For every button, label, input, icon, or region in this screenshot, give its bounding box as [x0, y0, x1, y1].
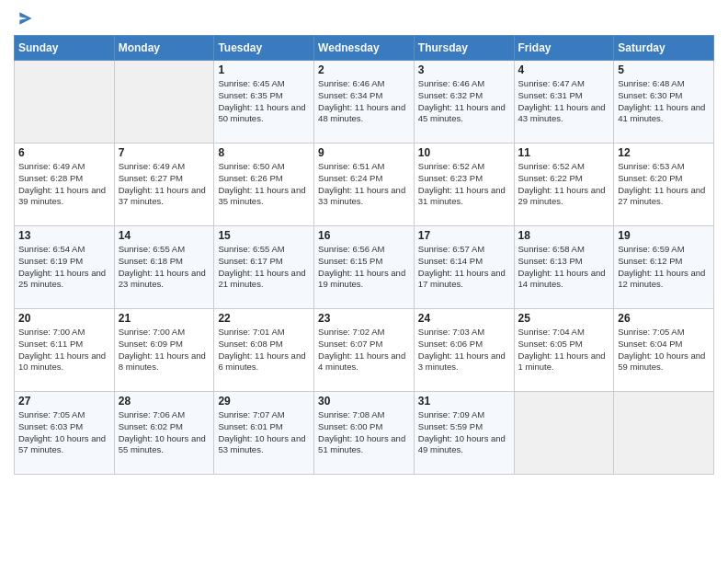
day-info: Sunrise: 6:54 AM Sunset: 6:19 PM Dayligh… [18, 244, 110, 291]
calendar-cell: 3Sunrise: 6:46 AM Sunset: 6:32 PM Daylig… [414, 61, 514, 144]
day-number: 5 [618, 63, 710, 76]
day-info: Sunrise: 7:01 AM Sunset: 6:08 PM Dayligh… [218, 327, 310, 373]
calendar-cell: 13Sunrise: 6:54 AM Sunset: 6:19 PM Dayli… [15, 226, 115, 309]
calendar-cell: 1Sunrise: 6:45 AM Sunset: 6:35 PM Daylig… [214, 61, 314, 144]
day-info: Sunrise: 6:47 AM Sunset: 6:31 PM Dayligh… [518, 78, 610, 125]
day-info: Sunrise: 6:50 AM Sunset: 6:26 PM Dayligh… [218, 161, 310, 208]
calendar-cell: 28Sunrise: 7:06 AM Sunset: 6:02 PM Dayli… [114, 392, 214, 475]
calendar-cell: 5Sunrise: 6:48 AM Sunset: 6:30 PM Daylig… [614, 61, 714, 144]
day-number: 13 [18, 229, 110, 242]
day-number: 23 [318, 312, 410, 325]
day-number: 8 [218, 146, 310, 159]
day-info: Sunrise: 7:06 AM Sunset: 6:02 PM Dayligh… [119, 409, 210, 456]
day-number: 20 [18, 312, 110, 325]
day-number: 16 [318, 229, 410, 242]
calendar-week-row: 13Sunrise: 6:54 AM Sunset: 6:19 PM Dayli… [15, 226, 714, 309]
day-info: Sunrise: 7:05 AM Sunset: 6:04 PM Dayligh… [618, 327, 710, 373]
day-number: 9 [318, 146, 410, 159]
calendar-cell: 12Sunrise: 6:53 AM Sunset: 6:20 PM Dayli… [614, 144, 714, 226]
day-info: Sunrise: 7:09 AM Sunset: 5:59 PM Dayligh… [418, 409, 510, 456]
calendar-cell: 8Sunrise: 6:50 AM Sunset: 6:26 PM Daylig… [214, 144, 314, 226]
logo-icon [17, 9, 35, 28]
calendar-cell: 4Sunrise: 6:47 AM Sunset: 6:31 PM Daylig… [514, 61, 614, 144]
calendar-header: SundayMondayTuesdayWednesdayThursdayFrid… [15, 36, 714, 61]
day-number: 1 [218, 63, 310, 76]
day-info: Sunrise: 6:52 AM Sunset: 6:23 PM Dayligh… [418, 161, 510, 208]
calendar-cell: 2Sunrise: 6:46 AM Sunset: 6:34 PM Daylig… [314, 61, 415, 144]
calendar-cell [514, 392, 614, 475]
calendar-cell: 23Sunrise: 7:02 AM Sunset: 6:07 PM Dayli… [314, 309, 415, 392]
day-info: Sunrise: 7:02 AM Sunset: 6:07 PM Dayligh… [318, 327, 410, 373]
calendar-cell: 21Sunrise: 7:00 AM Sunset: 6:09 PM Dayli… [114, 309, 214, 392]
calendar-cell: 31Sunrise: 7:09 AM Sunset: 5:59 PM Dayli… [414, 392, 514, 475]
day-of-week-header: Wednesday [314, 36, 415, 61]
calendar-body: 1Sunrise: 6:45 AM Sunset: 6:35 PM Daylig… [15, 61, 714, 475]
day-of-week-header: Tuesday [214, 36, 314, 61]
day-number: 7 [119, 146, 210, 159]
day-info: Sunrise: 7:00 AM Sunset: 6:09 PM Dayligh… [119, 327, 210, 373]
day-number: 21 [119, 312, 210, 325]
day-info: Sunrise: 6:55 AM Sunset: 6:18 PM Dayligh… [119, 244, 210, 291]
day-of-week-header: Friday [514, 36, 614, 61]
calendar-cell: 16Sunrise: 6:56 AM Sunset: 6:15 PM Dayli… [314, 226, 415, 309]
page-container: SundayMondayTuesdayWednesdayThursdayFrid… [0, 0, 728, 484]
calendar-cell [15, 61, 115, 144]
calendar-cell: 25Sunrise: 7:04 AM Sunset: 6:05 PM Dayli… [514, 309, 614, 392]
calendar-cell: 30Sunrise: 7:08 AM Sunset: 6:00 PM Dayli… [314, 392, 415, 475]
day-info: Sunrise: 6:59 AM Sunset: 6:12 PM Dayligh… [618, 244, 710, 291]
calendar-cell: 17Sunrise: 6:57 AM Sunset: 6:14 PM Dayli… [414, 226, 514, 309]
calendar-cell: 10Sunrise: 6:52 AM Sunset: 6:23 PM Dayli… [414, 144, 514, 226]
calendar-cell [614, 392, 714, 475]
day-number: 25 [518, 312, 610, 325]
day-info: Sunrise: 6:55 AM Sunset: 6:17 PM Dayligh… [218, 244, 310, 291]
day-number: 30 [318, 395, 410, 408]
day-number: 17 [418, 229, 510, 242]
day-number: 15 [218, 229, 310, 242]
day-info: Sunrise: 6:57 AM Sunset: 6:14 PM Dayligh… [418, 244, 510, 291]
day-number: 29 [218, 395, 310, 408]
calendar-week-row: 6Sunrise: 6:49 AM Sunset: 6:28 PM Daylig… [15, 144, 714, 226]
day-number: 31 [418, 395, 510, 408]
calendar-cell: 29Sunrise: 7:07 AM Sunset: 6:01 PM Dayli… [214, 392, 314, 475]
day-number: 14 [119, 229, 210, 242]
day-of-week-header: Saturday [614, 36, 714, 61]
day-number: 10 [418, 146, 510, 159]
calendar-cell: 27Sunrise: 7:05 AM Sunset: 6:03 PM Dayli… [15, 392, 115, 475]
day-info: Sunrise: 6:46 AM Sunset: 6:32 PM Dayligh… [418, 78, 510, 125]
day-of-week-header: Monday [114, 36, 214, 61]
header-row: SundayMondayTuesdayWednesdayThursdayFrid… [15, 36, 714, 61]
calendar-cell: 19Sunrise: 6:59 AM Sunset: 6:12 PM Dayli… [614, 226, 714, 309]
day-info: Sunrise: 7:00 AM Sunset: 6:11 PM Dayligh… [18, 327, 110, 373]
day-number: 27 [18, 395, 110, 408]
day-number: 4 [518, 63, 610, 76]
day-of-week-header: Thursday [414, 36, 514, 61]
day-info: Sunrise: 6:46 AM Sunset: 6:34 PM Dayligh… [318, 78, 410, 125]
calendar-cell [114, 61, 214, 144]
day-info: Sunrise: 6:45 AM Sunset: 6:35 PM Dayligh… [218, 78, 310, 125]
day-of-week-header: Sunday [15, 36, 115, 61]
day-number: 28 [119, 395, 210, 408]
day-info: Sunrise: 6:48 AM Sunset: 6:30 PM Dayligh… [618, 78, 710, 125]
day-number: 22 [218, 312, 310, 325]
day-info: Sunrise: 7:05 AM Sunset: 6:03 PM Dayligh… [18, 409, 110, 456]
day-number: 3 [418, 63, 510, 76]
calendar-cell: 14Sunrise: 6:55 AM Sunset: 6:18 PM Dayli… [114, 226, 214, 309]
calendar-week-row: 27Sunrise: 7:05 AM Sunset: 6:03 PM Dayli… [15, 392, 714, 475]
day-number: 2 [318, 63, 410, 76]
calendar-table: SundayMondayTuesdayWednesdayThursdayFrid… [14, 35, 714, 475]
calendar-week-row: 20Sunrise: 7:00 AM Sunset: 6:11 PM Dayli… [15, 309, 714, 392]
day-info: Sunrise: 6:49 AM Sunset: 6:28 PM Dayligh… [18, 161, 110, 208]
day-info: Sunrise: 7:03 AM Sunset: 6:06 PM Dayligh… [418, 327, 510, 373]
calendar-cell: 6Sunrise: 6:49 AM Sunset: 6:28 PM Daylig… [15, 144, 115, 226]
day-number: 26 [618, 312, 710, 325]
day-info: Sunrise: 7:08 AM Sunset: 6:00 PM Dayligh… [318, 409, 410, 456]
day-number: 12 [618, 146, 710, 159]
day-number: 11 [518, 146, 610, 159]
calendar-cell: 11Sunrise: 6:52 AM Sunset: 6:22 PM Dayli… [514, 144, 614, 226]
day-number: 19 [618, 229, 710, 242]
day-info: Sunrise: 7:07 AM Sunset: 6:01 PM Dayligh… [218, 409, 310, 456]
calendar-cell: 15Sunrise: 6:55 AM Sunset: 6:17 PM Dayli… [214, 226, 314, 309]
day-info: Sunrise: 6:58 AM Sunset: 6:13 PM Dayligh… [518, 244, 610, 291]
calendar-cell: 24Sunrise: 7:03 AM Sunset: 6:06 PM Dayli… [414, 309, 514, 392]
svg-marker-0 [19, 12, 31, 24]
